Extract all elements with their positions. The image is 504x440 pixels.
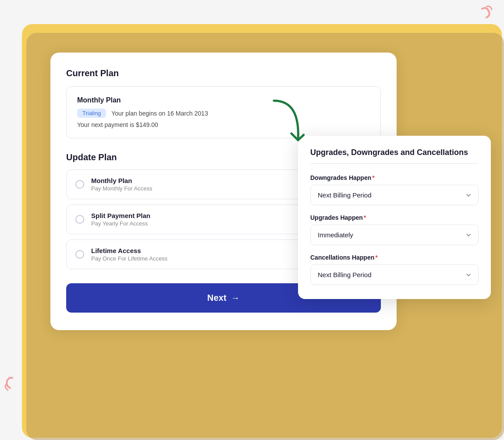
deco-squiggle-bottom-left — [4, 368, 30, 396]
plan-begins-text: Your plan begins on 16 March 2013 — [111, 110, 208, 117]
upgrades-required: * — [364, 214, 366, 221]
page-wrapper: Current Plan Monthly Plan Trialing Your … — [0, 0, 504, 440]
radio-split[interactable] — [75, 215, 84, 224]
deco-squiggle-top-right — [465, 4, 495, 37]
upgrades-field: Upgrades Happen* Immediately Next Billin… — [310, 214, 479, 245]
plan-option-monthly-name: Monthly Plan — [91, 177, 152, 184]
plan-option-split-content: Split Payment Plan Pay Yearly For Access — [91, 212, 150, 227]
cancellations-field: Cancellations Happen* Next Billing Perio… — [310, 254, 479, 285]
upgrades-label: Upgrades Happen* — [310, 214, 479, 221]
popup-title: Upgrades, Downgrades and Cancellations — [310, 148, 479, 164]
plan-option-monthly-desc: Pay Monthly For Access — [91, 185, 152, 192]
current-plan-section: Current Plan Monthly Plan Trialing Your … — [66, 68, 381, 138]
plan-option-lifetime-content: Lifetime Access Pay Once For Lifetime Ac… — [91, 247, 167, 262]
downgrades-field: Downgrades Happen* Next Billing Period I… — [310, 174, 479, 205]
radio-lifetime[interactable] — [75, 250, 84, 259]
green-arrow — [265, 96, 305, 155]
current-plan-title: Current Plan — [66, 68, 381, 78]
upgrades-select[interactable]: Immediately Next Billing Period — [310, 225, 479, 245]
downgrades-select[interactable]: Next Billing Period Immediately — [310, 185, 479, 205]
cancellations-select[interactable]: Next Billing Period Immediately — [310, 264, 479, 285]
trial-badge: Trialing — [77, 109, 106, 118]
trial-row: Trialing Your plan begins on 16 March 20… — [77, 109, 370, 118]
plan-option-split-name: Split Payment Plan — [91, 212, 150, 219]
popup-card: Upgrades, Downgrades and Cancellations D… — [298, 136, 491, 299]
cancellations-label: Cancellations Happen* — [310, 254, 479, 261]
cancellations-required: * — [375, 254, 377, 261]
plan-option-lifetime-name: Lifetime Access — [91, 247, 167, 254]
plan-option-split-desc: Pay Yearly For Access — [91, 220, 150, 227]
plan-option-monthly-content: Monthly Plan Pay Monthly For Access — [91, 177, 152, 192]
radio-monthly[interactable] — [75, 180, 84, 189]
next-button-label: Next — [207, 293, 227, 303]
downgrades-required: * — [372, 174, 374, 181]
downgrades-label: Downgrades Happen* — [310, 174, 479, 181]
next-button-arrow: → — [231, 293, 240, 303]
next-payment-text: Your next payment is $149.00 — [77, 121, 370, 128]
current-plan-box: Monthly Plan Trialing Your plan begins o… — [66, 86, 381, 138]
monthly-plan-name: Monthly Plan — [77, 96, 370, 104]
plan-option-lifetime-desc: Pay Once For Lifetime Access — [91, 255, 167, 262]
